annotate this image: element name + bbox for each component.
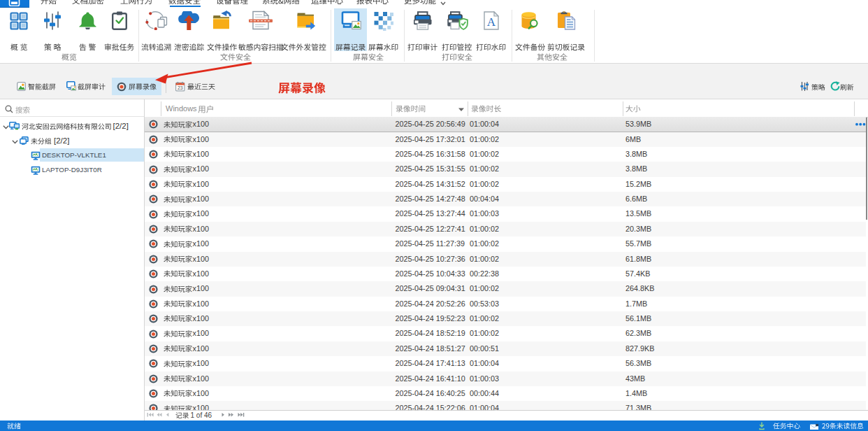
svg-text:A: A (486, 15, 496, 29)
svg-text:23: 23 (178, 85, 183, 90)
